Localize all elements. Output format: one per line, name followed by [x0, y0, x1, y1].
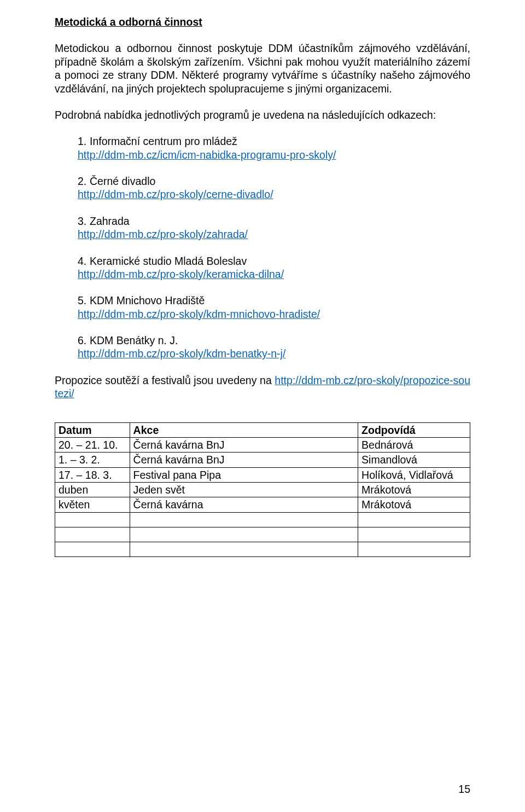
- program-number: 3.: [78, 214, 90, 228]
- events-tbody: 20. – 21. 10.Černá kavárna BnJBednárová1…: [55, 437, 470, 556]
- propozice-paragraph: Propozice soutěží a festivalů jsou uvede…: [55, 374, 470, 401]
- list-item: 2. Černé divadlohttp://ddm-mb.cz/pro-sko…: [78, 175, 470, 201]
- list-item: 6. KDM Benátky n. J.http://ddm-mb.cz/pro…: [78, 334, 470, 361]
- table-row: květenČerná kavárnaMrákotová: [55, 497, 470, 512]
- table-cell: duben: [55, 483, 130, 497]
- program-link[interactable]: http://ddm-mb.cz/pro-skoly/cerne-divadlo…: [78, 188, 273, 200]
- list-item: 1. Informační centrum pro mládežhttp://d…: [78, 135, 470, 161]
- table-cell: Mrákotová: [358, 483, 470, 497]
- program-title: 4. Keramické studio Mladá Boleslav: [78, 254, 470, 268]
- program-title: 3. Zahrada: [78, 214, 470, 228]
- table-cell: Holíková, Vidlařová: [358, 467, 470, 482]
- table-cell: [130, 527, 358, 542]
- document-page: Metodická a odborná činnost Metodickou a…: [0, 0, 525, 812]
- table-cell: Jeden svět: [130, 483, 358, 497]
- table-cell: Černá kavárna BnJ: [130, 437, 358, 452]
- table-cell: Mrákotová: [358, 497, 470, 512]
- programs-list: 1. Informační centrum pro mládežhttp://d…: [55, 135, 470, 361]
- propozice-before: Propozice soutěží a festivalů jsou uvede…: [55, 374, 275, 386]
- table-header-row: Datum Akce Zodpovídá: [55, 422, 470, 437]
- table-row: [55, 527, 470, 542]
- table-row: [55, 542, 470, 556]
- program-number: 5.: [78, 294, 90, 307]
- program-number: 1.: [78, 135, 90, 148]
- table-cell: Festival pana Pipa: [130, 467, 358, 482]
- table-row: dubenJeden světMrákotová: [55, 483, 470, 497]
- table-cell: [358, 527, 470, 542]
- program-title: 2. Černé divadlo: [78, 175, 470, 188]
- table-cell: 1. – 3. 2.: [55, 453, 130, 467]
- events-table: Datum Akce Zodpovídá 20. – 21. 10.Černá …: [55, 422, 470, 557]
- program-link[interactable]: http://ddm-mb.cz/pro-skoly/zahrada/: [78, 228, 248, 240]
- program-title: 5. KDM Mnichovo Hradiště: [78, 294, 470, 307]
- page-number: 15: [458, 782, 470, 796]
- program-link[interactable]: http://ddm-mb.cz/pro-skoly/kdm-mnichovo-…: [78, 308, 320, 320]
- program-link[interactable]: http://ddm-mb.cz/icm/icm-nabidka-program…: [78, 149, 336, 161]
- program-number: 2.: [78, 175, 90, 188]
- table-cell: Černá kavárna: [130, 497, 358, 512]
- table-cell: [358, 542, 470, 556]
- table-cell: květen: [55, 497, 130, 512]
- table-row: 20. – 21. 10.Černá kavárna BnJBednárová: [55, 437, 470, 452]
- program-title: 1. Informační centrum pro mládež: [78, 135, 470, 148]
- table-cell: Černá kavárna BnJ: [130, 453, 358, 467]
- table-cell: [358, 512, 470, 527]
- table-cell: Simandlová: [358, 453, 470, 467]
- table-row: 17. – 18. 3.Festival pana PipaHolíková, …: [55, 467, 470, 482]
- table-row: [55, 512, 470, 527]
- program-number: 4.: [78, 254, 90, 268]
- offers-line: Podrobná nabídka jednotlivých programů j…: [55, 108, 470, 121]
- list-item: 4. Keramické studio Mladá Boleslavhttp:/…: [78, 254, 470, 281]
- list-item: 5. KDM Mnichovo Hradištěhttp://ddm-mb.cz…: [78, 294, 470, 321]
- table-cell: [130, 512, 358, 527]
- table-cell: [130, 542, 358, 556]
- section-heading: Metodická a odborná činnost: [55, 15, 470, 28]
- program-title: 6. KDM Benátky n. J.: [78, 334, 470, 347]
- program-number: 6.: [78, 334, 90, 347]
- col-header-datum: Datum: [55, 422, 130, 437]
- program-link[interactable]: http://ddm-mb.cz/pro-skoly/keramicka-dil…: [78, 268, 284, 280]
- list-item: 3. Zahradahttp://ddm-mb.cz/pro-skoly/zah…: [78, 214, 470, 241]
- intro-paragraph: Metodickou a odbornou činnost poskytuje …: [55, 42, 470, 95]
- table-cell: 17. – 18. 3.: [55, 467, 130, 482]
- col-header-akce: Akce: [130, 422, 358, 437]
- col-header-zodpovida: Zodpovídá: [358, 422, 470, 437]
- table-cell: 20. – 21. 10.: [55, 437, 130, 452]
- program-link[interactable]: http://ddm-mb.cz/pro-skoly/kdm-benatky-n…: [78, 347, 285, 359]
- table-row: 1. – 3. 2.Černá kavárna BnJSimandlová: [55, 453, 470, 467]
- table-cell: [55, 512, 130, 527]
- table-cell: [55, 542, 130, 556]
- table-cell: [55, 527, 130, 542]
- table-cell: Bednárová: [358, 437, 470, 452]
